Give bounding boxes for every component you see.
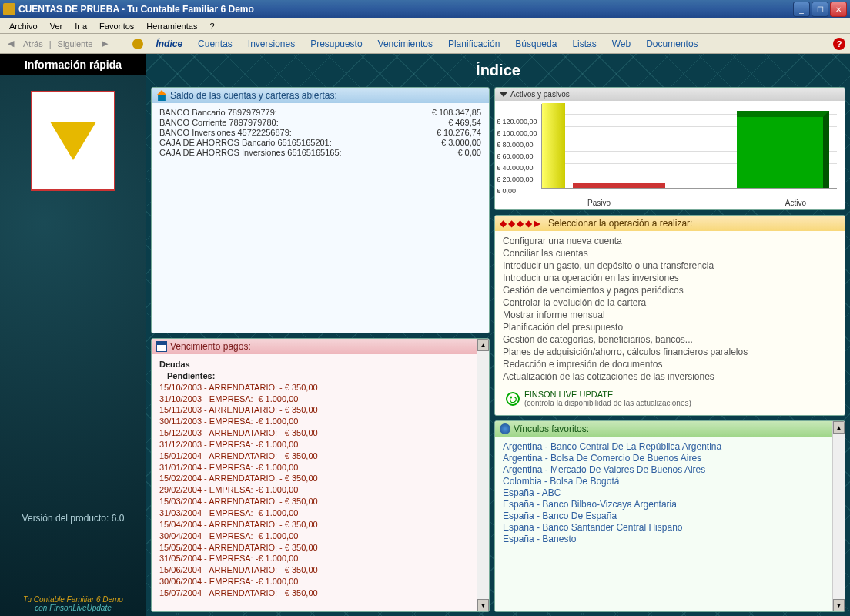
fav-link[interactable]: España - Banco De España <box>503 511 825 521</box>
op-link[interactable]: Gestión de vencimientos y pagos periódic… <box>503 285 837 296</box>
chart-panel: Activos y pasivos € 0,00€ 20.000,00€ 40.… <box>494 87 845 210</box>
nav-back-icon[interactable]: ◀ <box>5 38 17 49</box>
fav-link[interactable]: España - Banco Bilbao-Vizcaya Argentaria <box>503 499 825 510</box>
tab-inversiones[interactable]: Inversiones <box>240 37 303 51</box>
favs-panel-title: Vínculos favoritos: <box>514 424 589 434</box>
debt-row: 15/06/2004 - ARRENDATARIO: - € 350,00 <box>159 564 469 576</box>
fav-link[interactable]: España - Banesto <box>503 534 825 544</box>
op-link[interactable]: Redacción e impresión de documentos <box>503 359 837 370</box>
help-icon[interactable]: ? <box>833 38 845 50</box>
payments-panel: Vencimiento pagos: Deudas Pendientes: 15… <box>151 338 490 612</box>
op-link[interactable]: Introducir una operación en las inversio… <box>503 273 837 283</box>
debt-row: 31/01/2004 - EMPRESA: -€ 1.000,00 <box>159 462 469 474</box>
debt-row: 30/04/2004 - EMPRESA: -€ 1.000,00 <box>159 531 469 542</box>
ops-panel-title: Seleccionar la operación a realizar: <box>548 218 692 229</box>
op-link[interactable]: Conciliar las cuentas <box>503 248 837 259</box>
debt-row: 15/07/2004 - ARRENDATARIO: - € 350,00 <box>159 588 469 599</box>
accounts-panel-title: Saldo de las cuentas y carteras abiertas… <box>170 90 337 101</box>
fav-link[interactable]: Argentina - Banco Central De La Repúblic… <box>503 441 825 452</box>
tab-vencimientos[interactable]: Vencimientos <box>370 37 440 51</box>
menu-?[interactable]: ? <box>203 20 220 32</box>
menu-favoritos[interactable]: Favoritos <box>93 20 140 32</box>
funnel-icon <box>50 122 96 160</box>
menu-ver[interactable]: Ver <box>44 20 69 32</box>
op-link[interactable]: Planificación del presupuesto <box>503 322 837 333</box>
debt-row: 31/10/2003 - EMPRESA: -€ 1.000,00 <box>159 393 469 405</box>
app-icon <box>3 3 15 15</box>
debt-row: 15/03/2004 - ARRENDATARIO: - € 350,00 <box>159 496 469 507</box>
maximize-button[interactable]: ☐ <box>812 2 828 17</box>
menu-archivo[interactable]: Archivo <box>3 20 44 32</box>
tab-índice[interactable]: Índice <box>148 37 190 51</box>
favs-list: Argentina - Banco Central De La Repúblic… <box>503 441 825 544</box>
favs-scrollbar[interactable]: ▲ ▼ <box>832 421 845 611</box>
favs-panel-header: Vínculos favoritos: <box>495 421 832 437</box>
footer-line2: con FinsonLiveUpdate <box>8 604 139 612</box>
titlebar: CUENTAS DE PRUEBA - Tu Contable Familiar… <box>0 0 850 18</box>
tab-búsqueda[interactable]: Búsqueda <box>507 37 564 51</box>
ytick: € 60.000,00 <box>497 152 534 160</box>
fav-link[interactable]: España - Banco Santander Central Hispano <box>503 522 825 533</box>
collapse-icon[interactable] <box>500 92 507 97</box>
menu-ir a[interactable]: Ir a <box>69 20 93 32</box>
nav-forward-label[interactable]: Siguiente <box>55 39 96 49</box>
sidebar-header: Información rápida <box>0 54 146 75</box>
ops-panel: ◆◆◆◆▶ Seleccionar la operación a realiza… <box>494 215 845 416</box>
nav-back-label[interactable]: Atrás <box>20 39 46 49</box>
debt-row: 15/05/2004 - ARRENDATARIO: - € 350,00 <box>159 542 469 554</box>
ytick: € 20.000,00 <box>497 176 534 183</box>
xlabel: Activo <box>785 199 806 207</box>
sidebar-image <box>31 91 115 191</box>
op-link[interactable]: Introducir un gasto, un depósito o una t… <box>503 260 837 271</box>
scroll-down-icon[interactable]: ▼ <box>833 599 845 611</box>
dots-icon: ◆◆◆◆▶ <box>500 218 542 229</box>
bar-pasivo <box>573 183 665 188</box>
fav-link[interactable]: Argentina - Mercado De Valores De Buenos… <box>503 464 825 475</box>
payments-scrollbar[interactable]: ▲ ▼ <box>477 339 489 611</box>
debt-row: 29/02/2004 - EMPRESA: -€ 1.000,00 <box>159 484 469 496</box>
menubar: ArchivoVerIr aFavoritosHerramientas? <box>0 18 850 34</box>
minimize-button[interactable]: _ <box>793 2 810 17</box>
xlabel: Pasivo <box>587 199 611 207</box>
debt-row: 15/12/2003 - ARRENDATARIO: - € 350,00 <box>159 427 469 439</box>
content-area: Índice Saldo de las cuentas y carteras a… <box>146 54 850 616</box>
tab-web[interactable]: Web <box>604 37 638 51</box>
scroll-up-icon[interactable]: ▲ <box>477 339 489 351</box>
op-link[interactable]: Gestión de categorías, beneficiarios, ba… <box>503 334 837 345</box>
tab-planificación[interactable]: Planificación <box>440 37 507 51</box>
sidebar-footer: Tu Contable Familiar 6 Demo con FinsonLi… <box>8 595 139 612</box>
accounts-list: BANCO Bancario 7897979779:€ 108.347,85BA… <box>159 108 481 157</box>
fav-link[interactable]: España - ABC <box>503 487 825 498</box>
payments-panel-title: Vencimiento pagos: <box>170 341 251 352</box>
chart-area: € 0,00€ 20.000,00€ 40.000,00€ 60.000,00€… <box>495 101 845 209</box>
bar-activo <box>737 111 829 188</box>
debt-row: 15/11/2003 - ARRENDATARIO: - € 350,00 <box>159 404 469 416</box>
tab-listas[interactable]: Listas <box>564 37 604 51</box>
scroll-up-icon[interactable]: ▲ <box>833 421 845 434</box>
live-update-title: FINSON LIVE UPDATE <box>524 390 691 399</box>
tab-cuentas[interactable]: Cuentas <box>190 37 240 51</box>
account-row: BANCO Corriente 7897979780:€ 469,54 <box>159 118 481 127</box>
op-link[interactable]: Actualización de las cotizaciones de las… <box>503 371 837 382</box>
tab-presupuesto[interactable]: Presupuesto <box>303 37 370 51</box>
op-link[interactable]: Controlar la evolución de la cartera <box>503 297 837 308</box>
sidebar: Información rápida Versión del producto:… <box>0 54 146 616</box>
fav-link[interactable]: Colombia - Bolsa De Bogotá <box>503 476 825 487</box>
live-update[interactable]: ⭮ FINSON LIVE UPDATE (controla la dispon… <box>503 387 837 410</box>
op-link[interactable]: Mostrar informe mensual <box>503 310 837 320</box>
op-link[interactable]: Configurar una nueva cuenta <box>503 236 837 246</box>
debt-row: 30/06/2004 - EMPRESA: -€ 1.000,00 <box>159 576 469 588</box>
nav-forward-icon[interactable]: ▶ <box>99 38 111 49</box>
menu-herramientas[interactable]: Herramientas <box>140 20 203 32</box>
chart-panel-header[interactable]: Activos y pasivos <box>495 88 845 101</box>
fav-link[interactable]: Argentina - Bolsa De Comercio De Buenos … <box>503 453 825 464</box>
live-update-sub: (controla la disponibilidad de las actua… <box>524 399 691 407</box>
op-link[interactable]: Planes de adquisición/ahorro, cálculos f… <box>503 346 837 357</box>
close-button[interactable]: ✕ <box>830 2 847 17</box>
scroll-down-icon[interactable]: ▼ <box>477 599 489 611</box>
chart-panel-title: Activos y pasivos <box>510 90 570 99</box>
tab-documentos[interactable]: Documentos <box>638 37 705 51</box>
debt-list: Deudas Pendientes: 15/10/2003 - ARRENDAT… <box>159 359 469 599</box>
payments-panel-header: Vencimiento pagos: <box>152 339 477 354</box>
nav-sep: | <box>49 39 52 49</box>
